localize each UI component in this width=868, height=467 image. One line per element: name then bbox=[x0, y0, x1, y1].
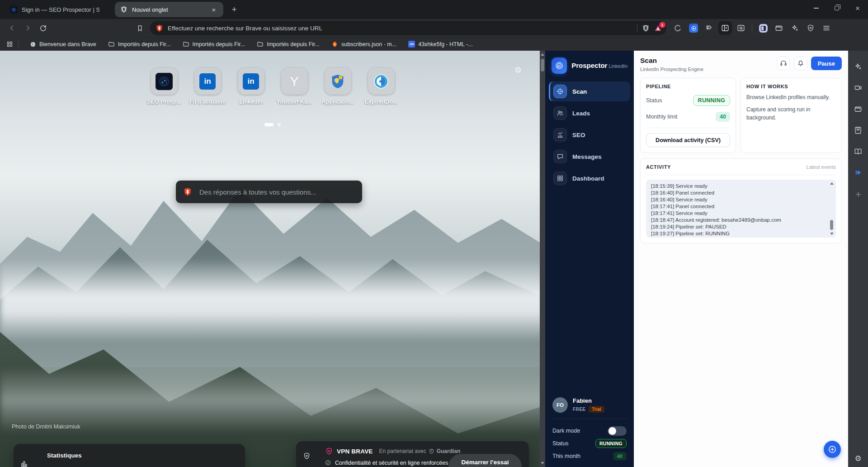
bookmark-item[interactable]: subscribers.json · m... bbox=[328, 39, 400, 49]
shortcut-linkedin[interactable]: in LinkedIn bbox=[233, 68, 269, 105]
shortcut-fil-actualite[interactable]: in Fil d’actualité bbox=[190, 68, 225, 105]
pager-dot[interactable] bbox=[278, 123, 281, 126]
reload-button[interactable] bbox=[36, 21, 50, 35]
newtab-settings-gear-icon[interactable]: ⚙ bbox=[514, 65, 522, 75]
chat-bubble-icon bbox=[553, 150, 567, 163]
scrollbar-thumb[interactable] bbox=[541, 59, 544, 71]
vpn-shield-pink-icon bbox=[325, 447, 333, 455]
close-button[interactable]: × bbox=[847, 0, 868, 16]
brave-sidebar-rail: ⚙ bbox=[848, 51, 868, 467]
log-entry: [18:19:24] Pipeline set: PAUSED bbox=[651, 224, 824, 230]
extension-ring-icon[interactable] bbox=[671, 21, 684, 35]
monthly-limit-badge: 40 bbox=[716, 112, 730, 122]
prospector-sidebar: ProspectorLinkedIn Scan Leads bbox=[545, 51, 634, 467]
activity-log[interactable]: [18:15:39] Service ready [18:16:40] Pane… bbox=[646, 180, 836, 238]
shield-wifi-icon[interactable] bbox=[303, 452, 311, 460]
page-scrollbar[interactable] bbox=[540, 51, 545, 467]
sidebar-item-scan[interactable]: Scan bbox=[549, 81, 630, 101]
support-headset-button[interactable] bbox=[777, 57, 790, 70]
download-csv-button[interactable]: Download activity (CSV) bbox=[646, 133, 730, 147]
brave-shields-icon[interactable] bbox=[642, 24, 650, 32]
scroll-down-arrow[interactable] bbox=[541, 462, 544, 464]
wallet-icon[interactable] bbox=[850, 101, 866, 117]
scrollbar-thumb[interactable] bbox=[830, 220, 833, 230]
vpn-shield-icon[interactable] bbox=[804, 21, 817, 35]
tab-nouvel-onglet[interactable]: Nouvel onglet × bbox=[115, 2, 223, 17]
bookmark-item[interactable]: Bienvenue dans Brave bbox=[26, 40, 100, 49]
user-profile[interactable]: FO Fabien FREE Trial bbox=[552, 397, 627, 413]
menu-hamburger-icon[interactable] bbox=[820, 21, 833, 35]
scroll-up-arrow[interactable] bbox=[541, 53, 544, 56]
bookmark-folder[interactable]: Importés depuis Fir... bbox=[104, 39, 175, 49]
how-it-works-card: HOW IT WORKS Browse LinkedIn profiles ma… bbox=[741, 78, 842, 153]
bookmark-this-tab-icon[interactable] bbox=[133, 21, 146, 35]
shortcut-youssef[interactable]: Y Youssef-Ka... bbox=[277, 68, 312, 105]
floating-add-button[interactable] bbox=[824, 441, 841, 458]
sidebar-panel-active-icon[interactable] bbox=[756, 21, 770, 35]
photo-credit[interactable]: Photo de Dmitrii Maksimiuk bbox=[12, 424, 80, 430]
top-sites-pager[interactable] bbox=[264, 123, 281, 126]
vpn-widget-rail bbox=[296, 441, 317, 467]
status-badge: RUNNING bbox=[595, 439, 627, 448]
shortcut-seo-prospector[interactable]: SEO Prosp... bbox=[146, 68, 182, 105]
brave-shield-icon bbox=[183, 187, 192, 196]
bookmark-folder[interactable]: Importés depuis Fir... bbox=[253, 39, 323, 49]
vpn-partner: En partenariat avec Guardian bbox=[379, 448, 461, 454]
add-panel-plus-icon[interactable] bbox=[850, 186, 866, 202]
notifications-bell-button[interactable] bbox=[794, 57, 807, 70]
pager-dot-active[interactable] bbox=[264, 123, 274, 126]
bookmarks-icon[interactable] bbox=[850, 123, 866, 138]
brave-search-shield-icon bbox=[156, 24, 163, 32]
pause-button[interactable]: Pause bbox=[811, 57, 842, 70]
brand-suffix: LinkedIn bbox=[609, 63, 627, 69]
leo-ai-sparkles-icon[interactable] bbox=[850, 59, 866, 74]
log-entry: [18:17:41] Panel connected bbox=[651, 203, 824, 210]
avatar: FO bbox=[552, 397, 568, 413]
tab-seo-prospector[interactable]: Sign in — SEO Prospector | SEO Pros bbox=[5, 2, 108, 17]
activity-card: ACTIVITY Latest events [18:15:39] Servic… bbox=[640, 158, 842, 243]
apps-grid-icon[interactable] bbox=[6, 41, 13, 48]
back-button[interactable] bbox=[5, 21, 19, 35]
tab-close-icon[interactable]: × bbox=[210, 5, 218, 14]
dark-mode-toggle[interactable] bbox=[608, 426, 627, 436]
shortcut-application[interactable]: Applicatio... bbox=[320, 68, 355, 105]
start-free-trial-button[interactable]: Démarrer l’essai gratuit bbox=[448, 454, 522, 467]
leo-ai-sparkles-icon[interactable] bbox=[788, 21, 802, 35]
search-panel-icon[interactable] bbox=[734, 21, 748, 35]
brave-rewards-icon[interactable]: 1 bbox=[654, 24, 662, 32]
log-scrollbar[interactable] bbox=[829, 181, 835, 236]
close-sidebar-panel-icon[interactable] bbox=[718, 21, 732, 35]
log-entry: [18:18:47] Account registered: besahe248… bbox=[651, 217, 824, 224]
firefox-file-icon bbox=[331, 41, 338, 48]
prospector-extension-icon[interactable] bbox=[687, 21, 700, 35]
forward-button[interactable] bbox=[21, 21, 34, 35]
sidebar-item-leads[interactable]: Leads bbox=[549, 103, 630, 123]
bookmark-item[interactable]: </> 43xhke5fg - HTML -... bbox=[405, 39, 476, 49]
shortcut-expireddomains[interactable]: ExpiredDo... bbox=[363, 68, 399, 105]
sidebar-item-messages[interactable]: Messages bbox=[549, 147, 630, 167]
reading-list-icon[interactable] bbox=[850, 144, 866, 159]
scroll-down-arrow[interactable] bbox=[830, 233, 834, 235]
bookmark-folder[interactable]: Importés depuis Fir... bbox=[179, 39, 249, 49]
brave-search-box[interactable]: Des réponses à toutes vos questions... bbox=[176, 181, 362, 203]
linkedin-icon: in bbox=[243, 73, 259, 90]
sidebar-item-dashboard[interactable]: Dashboard bbox=[549, 168, 630, 188]
brave-talk-camera-icon[interactable] bbox=[850, 80, 866, 95]
address-bar[interactable]: Effectuez une recherche sur Brave ou sai… bbox=[150, 21, 666, 35]
window-controls: × bbox=[806, 0, 868, 16]
new-tab-button[interactable]: + bbox=[228, 3, 241, 16]
restore-button[interactable] bbox=[826, 0, 847, 16]
bar-chart-icon[interactable] bbox=[20, 460, 28, 467]
extensions-puzzle-icon[interactable] bbox=[703, 21, 716, 35]
guardian-logo-icon bbox=[429, 448, 434, 454]
sidebar-item-seo[interactable]: SEO bbox=[549, 125, 630, 145]
minimize-button[interactable] bbox=[806, 0, 826, 16]
code-file-icon: </> bbox=[408, 41, 415, 48]
chart-bars-icon bbox=[553, 128, 567, 142]
scroll-up-arrow[interactable] bbox=[830, 182, 834, 185]
sidebar-settings-gear-icon[interactable]: ⚙ bbox=[854, 454, 861, 463]
dashboard-grid-icon bbox=[553, 172, 567, 185]
extension-panel-puzzle-icon[interactable] bbox=[850, 165, 866, 181]
brave-shield-icon bbox=[120, 6, 128, 14]
wallet-icon[interactable] bbox=[772, 21, 786, 35]
